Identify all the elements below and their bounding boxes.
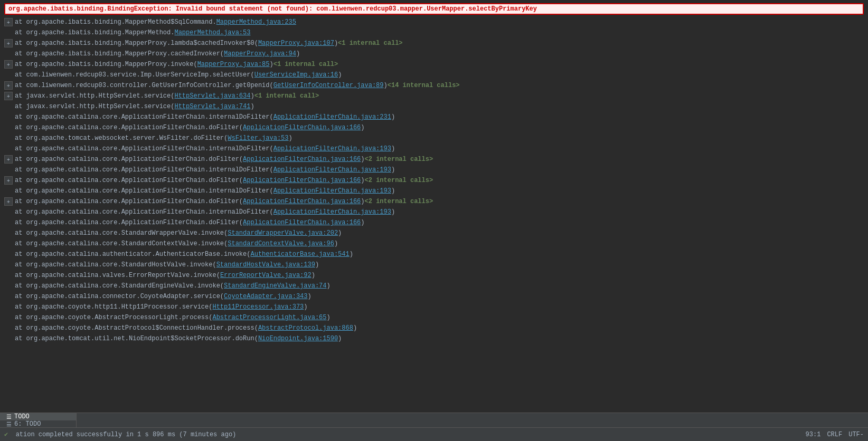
stack-link[interactable]: UserServiceImp.java:16: [254, 70, 338, 80]
expand-button[interactable]: +: [4, 39, 13, 47]
stack-suffix: ): [391, 165, 395, 175]
stack-line: at org.apache.catalina.core.StandardEngi…: [4, 281, 864, 291]
internal-call-badge: <2 internal calls>: [365, 155, 433, 164]
stack-link[interactable]: StandardEngineValve.java:74: [224, 281, 326, 291]
expand-button[interactable]: +: [4, 176, 13, 185]
stack-link[interactable]: StandardHostValve.java:139: [216, 260, 315, 270]
stack-suffix: ): [334, 239, 338, 248]
stack-suffix: ): [288, 133, 292, 143]
stack-line: at org.apache.catalina.core.ApplicationF…: [4, 112, 864, 122]
stack-suffix: ): [327, 313, 331, 322]
stack-link[interactable]: CoyoteAdapter.java:343: [224, 292, 307, 301]
stack-at-text: at org.apache.catalina.core.ApplicationF…: [15, 112, 273, 122]
stack-at-text: at com.liwenwen.redcup03.controller.GetU…: [15, 81, 273, 90]
stack-link[interactable]: MapperMethod.java:235: [216, 17, 296, 27]
stack-link[interactable]: WsFilter.java:53: [228, 133, 288, 143]
status-icon: ✔: [4, 431, 8, 438]
expand-button[interactable]: +: [4, 155, 13, 164]
stack-lines: +at org.apache.ibatis.binding.MapperMeth…: [4, 17, 864, 344]
stack-link[interactable]: ErrorReportValve.java:92: [220, 271, 312, 280]
stack-at-text: at org.apache.catalina.core.ApplicationF…: [15, 176, 243, 185]
stack-link[interactable]: ApplicationFilterChain.java:231: [273, 112, 391, 122]
stack-suffix: ): [315, 260, 319, 270]
stack-at-text: at org.apache.catalina.core.ApplicationF…: [15, 197, 243, 206]
stack-suffix: ): [384, 81, 388, 90]
stack-line: at org.apache.catalina.connector.CoyoteA…: [4, 291, 864, 302]
stack-suffix: ): [391, 186, 395, 196]
bottom-tab-todo[interactable]: ☰TODO: [0, 413, 77, 420]
stack-suffix: ): [327, 281, 331, 291]
stack-link[interactable]: ApplicationFilterChain.java:166: [243, 155, 361, 164]
stack-line: at org.apache.coyote.http11.Http11Proces…: [4, 302, 864, 312]
stack-suffix: ): [361, 218, 364, 227]
stack-suffix: ): [350, 250, 353, 259]
stack-link[interactable]: StandardWrapperValve.java:202: [228, 228, 338, 238]
stack-line: +at org.apache.ibatis.binding.MapperProx…: [4, 59, 864, 70]
stack-trace-panel[interactable]: org.apache.ibatis.binding.BindingExcepti…: [0, 0, 868, 413]
stack-link[interactable]: MapperProxy.java:107: [258, 39, 334, 48]
cursor-position: 93:1: [806, 431, 821, 438]
stack-at-text: at org.apache.catalina.core.ApplicationF…: [15, 123, 243, 132]
stack-suffix: ): [361, 155, 364, 164]
stack-suffix: ): [361, 176, 364, 185]
stack-link[interactable]: AuthenticatorBase.java:541: [250, 250, 349, 259]
stack-line: +at org.apache.ibatis.binding.MapperMeth…: [4, 17, 864, 27]
stack-at-text: at org.apache.tomcat.websocket.server.Ws…: [15, 133, 228, 143]
stack-suffix: ): [391, 144, 395, 154]
stack-at-text: at org.apache.ibatis.binding.MapperMetho…: [15, 28, 174, 37]
stack-line: at org.apache.tomcat.util.net.NioEndpoin…: [4, 333, 864, 344]
stack-link[interactable]: MapperProxy.java:94: [224, 49, 296, 59]
expand-button[interactable]: +: [4, 18, 13, 26]
stack-line: +at org.apache.ibatis.binding.MapperProx…: [4, 38, 864, 49]
stack-link[interactable]: GetUserInfoController.java:89: [273, 81, 384, 90]
stack-line: at org.apache.ibatis.binding.MapperMetho…: [4, 27, 864, 38]
stack-link[interactable]: HttpServlet.java:634: [174, 91, 250, 101]
expand-button[interactable]: +: [4, 92, 13, 100]
stack-link[interactable]: ApplicationFilterChain.java:193: [273, 207, 391, 217]
internal-call-badge: <14 internal calls>: [388, 81, 460, 90]
stack-line: at com.liwenwen.redcup03.service.Imp.Use…: [4, 70, 864, 80]
stack-at-text: at org.apache.ibatis.binding.MapperProxy…: [15, 49, 224, 59]
stack-at-text: at org.apache.coyote.AbstractProtocol$Co…: [15, 323, 258, 333]
expand-button[interactable]: +: [4, 197, 13, 206]
stack-link[interactable]: Http11Processor.java:373: [212, 302, 304, 312]
stack-link[interactable]: StandardContextValve.java:96: [228, 239, 334, 248]
stack-line: at org.apache.catalina.core.ApplicationF…: [4, 186, 864, 196]
stack-link[interactable]: ApplicationFilterChain.java:166: [243, 123, 361, 132]
stack-at-text: at org.apache.catalina.core.ApplicationF…: [15, 207, 273, 217]
stack-link[interactable]: NioEndpoint.java:1590: [258, 334, 338, 343]
stack-line: at org.apache.catalina.valves.ErrorRepor…: [4, 270, 864, 281]
stack-at-text: at org.apache.catalina.core.StandardEngi…: [15, 281, 224, 291]
stack-suffix: ): [312, 271, 315, 280]
stack-link[interactable]: HttpServlet.java:741: [174, 102, 250, 111]
status-message: ✔ ation completed successfully in 1 s 89…: [4, 430, 806, 438]
stack-link[interactable]: AbstractProcessorLight.java:65: [212, 313, 326, 322]
status-right: 93:1 CRLF UTF-: [806, 431, 864, 438]
stack-link[interactable]: ApplicationFilterChain.java:193: [273, 186, 391, 196]
expand-button[interactable]: +: [4, 81, 13, 90]
stack-link[interactable]: AbstractProtocol.java:868: [258, 323, 353, 333]
stack-suffix: ): [391, 112, 395, 122]
stack-link[interactable]: MapperMethod.java:53: [174, 28, 250, 37]
stack-suffix: ): [361, 123, 364, 132]
stack-at-text: at org.apache.coyote.http11.Http11Proces…: [15, 302, 212, 312]
stack-line: at org.apache.catalina.core.ApplicationF…: [4, 143, 864, 154]
stack-line: at org.apache.catalina.core.StandardCont…: [4, 238, 864, 249]
stack-at-text: at org.apache.catalina.core.ApplicationF…: [15, 218, 243, 227]
stack-link[interactable]: MapperProxy.java:85: [197, 60, 270, 69]
bottom-tab-bar: ☰TODO☰6: TODO🍃Spring▶Terminal☕Java Enter…: [0, 413, 868, 427]
stack-link[interactable]: ApplicationFilterChain.java:193: [273, 144, 391, 154]
stack-line: at org.apache.coyote.AbstractProcessorLi…: [4, 312, 864, 323]
stack-link[interactable]: ApplicationFilterChain.java:166: [243, 197, 361, 206]
tab-icon: ☰: [6, 421, 12, 428]
bottom-tabs-list: ☰TODO☰6: TODO🍃Spring▶Terminal☕Java Enter…: [0, 413, 77, 427]
stack-line: at org.apache.ibatis.binding.MapperProxy…: [4, 49, 864, 59]
stack-line: at javax.servlet.http.HttpServlet.servic…: [4, 101, 864, 112]
tab-label: 6: TODO: [14, 420, 41, 428]
stack-link[interactable]: ApplicationFilterChain.java:166: [243, 218, 361, 227]
stack-at-text: at org.apache.catalina.core.ApplicationF…: [15, 144, 273, 154]
stack-link[interactable]: ApplicationFilterChain.java:166: [243, 176, 361, 185]
expand-button[interactable]: +: [4, 60, 13, 69]
bottom-tab-6--todo[interactable]: ☰6: TODO: [0, 420, 77, 428]
stack-link[interactable]: ApplicationFilterChain.java:193: [273, 165, 391, 175]
